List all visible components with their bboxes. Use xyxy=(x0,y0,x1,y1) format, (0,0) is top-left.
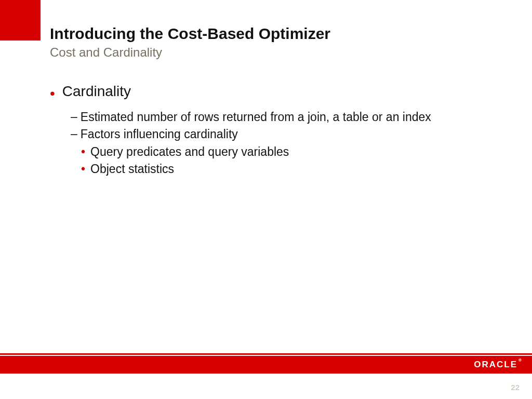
bullet-level2: –Estimated number of rows returned from … xyxy=(71,109,501,125)
oracle-logo: ORACLE® xyxy=(474,360,521,370)
sub-block: –Estimated number of rows returned from … xyxy=(71,109,501,178)
slide-subtitle: Cost and Cardinality xyxy=(50,45,511,60)
registered-mark-icon: ® xyxy=(518,358,522,363)
footer-bar: ORACLE® xyxy=(0,356,532,374)
dash-icon: – xyxy=(71,126,77,142)
slide: Introducing the Cost-Based Optimizer Cos… xyxy=(0,0,532,399)
logo-text: ORACLE xyxy=(474,360,517,369)
footer-accent-line xyxy=(0,353,532,355)
content-area: • Cardinality –Estimated number of rows … xyxy=(50,83,501,178)
bullet-level2: –Factors influencing cardinality xyxy=(71,126,501,142)
slide-title: Introducing the Cost-Based Optimizer xyxy=(50,25,511,43)
corner-accent-box xyxy=(0,0,41,41)
bullet-level1: • Cardinality xyxy=(50,83,501,100)
title-block: Introducing the Cost-Based Optimizer Cos… xyxy=(50,25,511,60)
bullet-level2-text: Factors influencing cardinality xyxy=(81,127,238,141)
bullet-dot-icon: • xyxy=(50,86,55,101)
bullet-level3: •Query predicates and query variables xyxy=(81,143,501,161)
bullet-dot-icon: • xyxy=(81,162,85,176)
dash-icon: – xyxy=(71,109,77,125)
page-number: 22 xyxy=(511,383,520,392)
bullet-dot-icon: • xyxy=(81,145,85,158)
bullet-level1-text: Cardinality xyxy=(62,83,131,100)
bullet-level2-text: Estimated number of rows returned from a… xyxy=(81,110,431,124)
footer: ORACLE® xyxy=(0,353,532,374)
bullet-level3-text: Query predicates and query variables xyxy=(90,145,289,158)
bullet-level3-text: Object statistics xyxy=(90,162,174,176)
bullet-level3: •Object statistics xyxy=(81,161,501,178)
